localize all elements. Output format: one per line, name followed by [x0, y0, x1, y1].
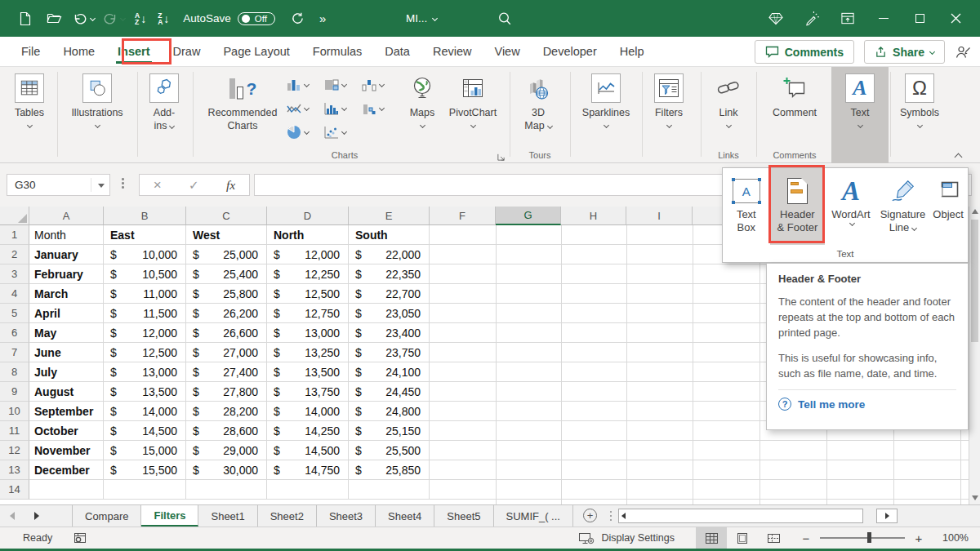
symbols-button[interactable]: Ω Symbols	[893, 70, 946, 160]
page-layout-view-button[interactable]	[727, 527, 758, 549]
open-file-button[interactable]	[43, 7, 65, 31]
vertical-scrollbar[interactable]	[969, 207, 980, 504]
tab-view[interactable]: View	[483, 37, 531, 67]
share-button[interactable]: Share	[864, 40, 945, 64]
cell[interactable]: West	[186, 225, 267, 245]
cell[interactable]: $24,450	[349, 382, 430, 402]
tab-insert[interactable]: Insert	[106, 37, 162, 67]
normal-view-button[interactable]	[696, 527, 727, 549]
cell[interactable]: North	[267, 225, 349, 245]
wordart-menu-item[interactable]: A WordArt	[825, 168, 877, 245]
close-button[interactable]	[945, 7, 966, 31]
cell[interactable]: $22,700	[349, 284, 430, 304]
cell[interactable]: April	[29, 304, 104, 323]
filters-button[interactable]: Filters	[647, 70, 691, 160]
cell[interactable]: $14,750	[267, 460, 349, 480]
cell[interactable]: $27,000	[186, 343, 267, 362]
scroll-down-icon[interactable]	[972, 495, 978, 500]
cell[interactable]: $13,000	[267, 323, 349, 343]
tab-home[interactable]: Home	[51, 37, 106, 67]
save-refresh-button[interactable]	[287, 7, 309, 31]
laser-pen-icon[interactable]	[801, 7, 822, 31]
tab-data[interactable]: Data	[373, 37, 421, 67]
text-box-menu-item[interactable]: A Text Box	[723, 168, 770, 245]
col-header-b[interactable]: B	[104, 207, 186, 225]
cell[interactable]: $23,750	[349, 343, 430, 362]
display-settings-icon[interactable]	[578, 531, 595, 545]
people-editing-icon[interactable]	[955, 45, 972, 60]
cell[interactable]: $14,250	[267, 421, 349, 441]
tab-draw[interactable]: Draw	[162, 37, 212, 67]
cell[interactable]: $28,200	[186, 402, 267, 421]
cell[interactable]: $22,000	[349, 245, 430, 264]
tab-splitter-grip[interactable]	[610, 505, 612, 527]
cell[interactable]: December	[29, 460, 104, 480]
tab-developer[interactable]: Developer	[532, 37, 608, 67]
tab-formulas[interactable]: Formulas	[301, 37, 373, 67]
tab-file[interactable]: File	[10, 37, 51, 67]
col-header-h[interactable]: H	[561, 207, 626, 225]
cell[interactable]: $14,500	[267, 441, 349, 460]
col-header-d[interactable]: D	[267, 207, 349, 225]
cell[interactable]: $26,200	[186, 304, 267, 323]
cell[interactable]	[267, 480, 349, 500]
combo-chart-button[interactable]	[361, 96, 399, 120]
cell[interactable]: $27,400	[186, 362, 267, 382]
maximize-button[interactable]	[909, 7, 930, 31]
cell[interactable]: $27,800	[186, 382, 267, 402]
add-ins-button[interactable]: Add- ins	[142, 70, 186, 160]
cell[interactable]: $23,050	[349, 304, 430, 323]
tab-page-layout[interactable]: Page Layout	[212, 37, 301, 67]
tables-button[interactable]: Tables	[7, 70, 52, 160]
cell[interactable]: $22,350	[349, 264, 430, 284]
new-file-button[interactable]	[14, 7, 35, 31]
cell[interactable]: $13,500	[267, 362, 349, 382]
sheet-nav-left-icon[interactable]	[0, 505, 24, 527]
cell[interactable]: South	[349, 225, 430, 245]
sheet-tab-sheet4[interactable]: Sheet4	[376, 505, 434, 527]
sheet-nav-right-icon[interactable]	[24, 505, 49, 527]
cell[interactable]: October	[29, 421, 104, 441]
autosave-toggle[interactable]: AutoSave Off	[183, 12, 275, 25]
cell[interactable]: $10,500	[104, 264, 186, 284]
select-all-corner[interactable]	[0, 207, 29, 225]
sheet-tab-filters[interactable]: Filters	[141, 505, 198, 527]
3d-map-button[interactable]: 3D Map	[514, 70, 562, 160]
hierarchy-chart-button[interactable]	[323, 73, 361, 96]
pie-chart-button[interactable]	[286, 120, 323, 144]
cell[interactable]: $29,000	[186, 441, 267, 460]
cell[interactable]: $25,150	[349, 421, 430, 441]
cell[interactable]: $12,000	[104, 323, 186, 343]
col-header-i[interactable]: I	[626, 207, 693, 225]
insert-function-button[interactable]: fx	[226, 178, 235, 193]
cell[interactable]: $15,000	[104, 441, 186, 460]
cell[interactable]: $12,500	[104, 343, 186, 362]
cell[interactable]: $14,000	[104, 402, 186, 421]
cell[interactable]: $13,500	[104, 382, 186, 402]
cell[interactable]: March	[29, 284, 104, 304]
sort-az-button[interactable]: AZ↓	[135, 12, 146, 25]
scroll-up-icon[interactable]	[972, 209, 978, 214]
cell[interactable]: $24,100	[349, 362, 430, 382]
sheet-tab-sheet3[interactable]: Sheet3	[317, 505, 376, 527]
link-button[interactable]: Link	[707, 70, 750, 160]
tell-me-more-link[interactable]: ? Tell me more	[778, 398, 956, 411]
macro-record-icon[interactable]	[74, 532, 87, 544]
cell[interactable]: $26,600	[186, 323, 267, 343]
cell[interactable]	[29, 480, 104, 500]
cell[interactable]: $23,400	[349, 323, 430, 343]
object-menu-item[interactable]: Object	[929, 168, 968, 245]
cancel-button[interactable]: ×	[154, 177, 162, 193]
cell[interactable]: $13,250	[267, 343, 349, 362]
cell[interactable]: $28,600	[186, 421, 267, 441]
cell[interactable]: East	[104, 225, 186, 245]
text-button[interactable]: A Text	[831, 70, 889, 160]
histogram-chart-button[interactable]	[323, 96, 361, 120]
pivotchart-button[interactable]: PivotChart	[446, 70, 500, 160]
quick-access-overflow-button[interactable]: »	[319, 11, 326, 25]
cell[interactable]: $25,000	[186, 245, 267, 264]
cell[interactable]: $12,500	[267, 284, 349, 304]
vertical-scroll-thumb[interactable]	[971, 220, 978, 342]
maps-button[interactable]: Maps	[400, 70, 444, 160]
cell[interactable]: September	[29, 402, 104, 421]
